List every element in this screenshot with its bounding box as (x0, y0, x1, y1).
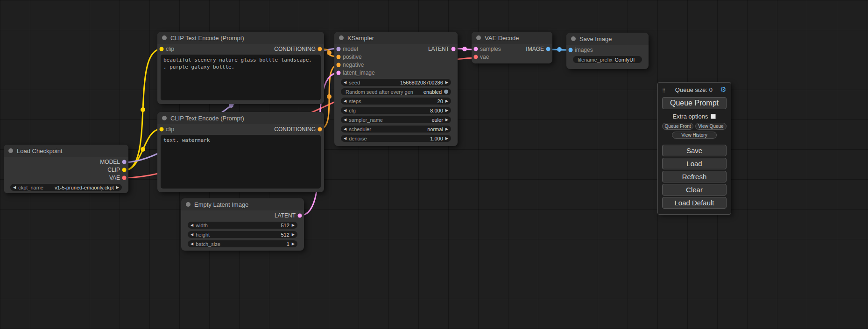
widget-value[interactable]: euler (431, 117, 443, 123)
queue-prompt-button[interactable]: Queue Prompt (662, 97, 727, 109)
collapse-dot[interactable] (162, 116, 167, 120)
increment-arrow-icon[interactable]: ▶ (445, 127, 448, 131)
vae-input-dot[interactable] (473, 55, 478, 59)
node-clip-text-encode-positive[interactable]: CLIP Text Encode (Prompt) clip CONDITION… (157, 32, 324, 104)
decrement-arrow-icon[interactable]: ◀ (191, 233, 193, 237)
increment-arrow-icon[interactable]: ▶ (445, 81, 448, 84)
widget-value[interactable]: 512 (281, 232, 289, 238)
positive-prompt-textarea[interactable]: beautiful scenery nature glass bottle la… (161, 55, 321, 100)
decrement-arrow-icon[interactable]: ◀ (344, 118, 346, 122)
extra-options-checkbox[interactable] (711, 114, 716, 119)
refresh-button[interactable]: Refresh (662, 171, 727, 182)
load-default-button[interactable]: Load Default (662, 197, 727, 209)
widget-batch-size[interactable]: ◀ batch_size 1 ▶ (188, 240, 297, 247)
widget-value[interactable]: 512 (281, 223, 289, 228)
clear-button[interactable]: Clear (662, 184, 727, 196)
collapse-dot[interactable] (571, 36, 576, 41)
decrement-arrow-icon[interactable]: ◀ (344, 81, 346, 84)
latent-image-input-dot[interactable] (336, 70, 341, 75)
decrement-arrow-icon[interactable]: ◀ (344, 99, 346, 103)
decrement-arrow-icon[interactable]: ◀ (344, 109, 346, 112)
link-midpoint-dot[interactable] (141, 147, 145, 152)
widget-value[interactable]: enabled (423, 89, 442, 95)
collapse-dot[interactable] (162, 35, 167, 40)
node-title-bar[interactable]: Load Checkpoint (4, 145, 128, 157)
node-ksampler[interactable]: KSampler model positive negative latent_… (334, 32, 458, 146)
widget-value[interactable]: 8.000 (430, 108, 443, 113)
positive-input-dot[interactable] (336, 55, 341, 59)
widget-scheduler[interactable]: ◀ scheduler normal ▶ (341, 126, 451, 133)
negative-input-dot[interactable] (336, 63, 341, 67)
increment-arrow-icon[interactable]: ▶ (292, 224, 295, 227)
increment-arrow-icon[interactable]: ▶ (292, 242, 295, 246)
widget-steps[interactable]: ◀ steps 20 ▶ (341, 98, 451, 105)
save-button[interactable]: Save (662, 145, 727, 156)
collapse-dot[interactable] (339, 35, 344, 40)
link-midpoint-dot[interactable] (557, 47, 562, 52)
drag-handle-icon[interactable]: ⣿ (662, 87, 665, 92)
widget-value[interactable]: v1-5-pruned-emaonly.ckpt (55, 185, 114, 190)
collapse-dot[interactable] (186, 202, 191, 207)
widget-value[interactable]: ComfyUI (615, 57, 635, 63)
collapse-dot[interactable] (8, 148, 13, 153)
node-vae-decode[interactable]: VAE Decode samples vae IMAGE (472, 32, 552, 63)
image-output-dot[interactable] (546, 47, 550, 51)
vae-output-dot[interactable] (122, 175, 127, 180)
link-midpoint-dot[interactable] (327, 94, 332, 99)
clip-input-dot[interactable] (159, 47, 164, 51)
widget-filename-prefix[interactable]: filename_prefix ComfyUI (573, 56, 642, 63)
node-save-image[interactable]: Save Image images filename_prefix ComfyU… (566, 33, 649, 69)
view-history-button[interactable]: View History (672, 132, 717, 139)
node-title-bar[interactable]: Save Image (566, 33, 649, 45)
queue-front-button[interactable]: Queue Front (662, 123, 693, 130)
widget-random-seed-toggle[interactable]: Random seed after every gen enabled (341, 88, 451, 95)
node-graph-canvas[interactable]: Load Checkpoint MODEL CLIP VAE ◀ ckpt_na… (0, 0, 868, 329)
toggle-knob[interactable] (444, 90, 448, 94)
widget-sampler-name[interactable]: ◀ sampler_name euler ▶ (341, 116, 451, 123)
node-title-bar[interactable]: KSampler (334, 32, 458, 44)
increment-arrow-icon[interactable]: ▶ (116, 186, 119, 189)
negative-prompt-textarea[interactable]: text, watermark (161, 135, 321, 189)
decrement-arrow-icon[interactable]: ◀ (191, 224, 193, 227)
increment-arrow-icon[interactable]: ▶ (445, 137, 448, 140)
clip-output-dot[interactable] (122, 168, 127, 172)
node-title-bar[interactable]: CLIP Text Encode (Prompt) (157, 32, 324, 44)
latent-output-dot[interactable] (297, 213, 302, 218)
widget-value[interactable]: 1.000 (430, 136, 443, 141)
conditioning-output-dot[interactable] (318, 127, 322, 132)
widget-cfg[interactable]: ◀ cfg 8.000 ▶ (341, 107, 451, 114)
latent-output-dot[interactable] (451, 47, 456, 51)
conditioning-output-dot[interactable] (318, 47, 322, 51)
load-button[interactable]: Load (662, 158, 727, 169)
node-title-bar[interactable]: CLIP Text Encode (Prompt) (157, 112, 324, 124)
widget-value[interactable]: 1 (287, 241, 289, 247)
collapse-dot[interactable] (476, 35, 481, 40)
widget-seed[interactable]: ◀ seed 156680208700286 ▶ (341, 79, 451, 86)
clip-input-dot[interactable] (159, 127, 164, 132)
node-empty-latent-image[interactable]: Empty Latent Image LATENT ◀ width 512 ▶ … (181, 198, 304, 251)
images-input-dot[interactable] (568, 48, 573, 52)
model-output-dot[interactable] (122, 160, 127, 164)
decrement-arrow-icon[interactable]: ◀ (344, 127, 346, 131)
increment-arrow-icon[interactable]: ▶ (292, 233, 295, 237)
widget-height[interactable]: ◀ height 512 ▶ (188, 231, 297, 238)
node-title-bar[interactable]: Empty Latent Image (181, 198, 304, 210)
node-title-bar[interactable]: VAE Decode (472, 32, 552, 44)
link-midpoint-dot[interactable] (141, 107, 145, 112)
increment-arrow-icon[interactable]: ▶ (445, 109, 448, 112)
decrement-arrow-icon[interactable]: ◀ (191, 242, 193, 246)
widget-denoise[interactable]: ◀ denoise 1.000 ▶ (341, 135, 451, 142)
widget-width[interactable]: ◀ width 512 ▶ (188, 222, 297, 229)
widget-value[interactable]: normal (427, 126, 443, 132)
increment-arrow-icon[interactable]: ▶ (445, 118, 448, 122)
link-midpoint-dot[interactable] (327, 50, 332, 55)
decrement-arrow-icon[interactable]: ◀ (13, 186, 16, 189)
decrement-arrow-icon[interactable]: ◀ (344, 137, 346, 140)
widget-value[interactable]: 20 (438, 98, 443, 104)
node-clip-text-encode-negative[interactable]: CLIP Text Encode (Prompt) clip CONDITION… (157, 112, 324, 192)
increment-arrow-icon[interactable]: ▶ (445, 99, 448, 103)
widget-ckpt-name[interactable]: ◀ ckpt_name v1-5-pruned-emaonly.ckpt ▶ (10, 184, 122, 191)
node-load-checkpoint[interactable]: Load Checkpoint MODEL CLIP VAE ◀ ckpt_na… (4, 145, 128, 193)
widget-value[interactable]: 156680208700286 (400, 80, 443, 85)
link-midpoint-dot[interactable] (462, 47, 467, 51)
